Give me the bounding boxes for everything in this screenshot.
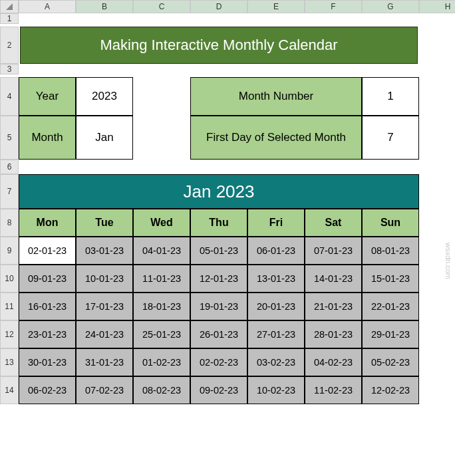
calendar-cell[interactable]: 03-01-23: [76, 237, 133, 265]
col-header-D[interactable]: D: [190, 0, 247, 13]
calendar-cell[interactable]: 24-01-23: [76, 320, 133, 348]
calendar-cell[interactable]: 05-02-23: [362, 348, 419, 376]
calendar-cell[interactable]: 02-01-23: [19, 237, 76, 265]
calendar-cell[interactable]: 29-01-23: [362, 320, 419, 348]
day-header-sat: Sat: [305, 209, 362, 237]
first-day-label: First Day of Selected Month: [190, 116, 362, 160]
col-header-F[interactable]: F: [305, 0, 362, 13]
calendar-cell[interactable]: 07-01-23: [305, 237, 362, 265]
day-header-sun: Sun: [362, 209, 419, 237]
calendar-cell[interactable]: 21-01-23: [305, 293, 362, 320]
row-header-5[interactable]: 5: [0, 116, 19, 160]
calendar-cell[interactable]: 26-01-23: [190, 320, 247, 348]
calendar-cell[interactable]: 07-02-23: [76, 376, 133, 404]
calendar-cell[interactable]: 12-02-23: [362, 376, 419, 404]
month-label: Month: [19, 116, 76, 160]
calendar-cell[interactable]: 11-02-23: [305, 376, 362, 404]
calendar-cell[interactable]: 13-01-23: [247, 265, 305, 293]
first-day-value[interactable]: 7: [362, 116, 419, 160]
calendar-cell[interactable]: 25-01-23: [133, 320, 190, 348]
calendar-cell[interactable]: 06-02-23: [19, 376, 76, 404]
row-header-8[interactable]: 8: [0, 209, 19, 237]
calendar-cell[interactable]: 30-01-23: [19, 348, 76, 376]
calendar-cell[interactable]: 10-01-23: [76, 265, 133, 293]
calendar-cell[interactable]: 02-02-23: [190, 348, 247, 376]
page-title: Making Interactive Monthly Calendar: [20, 27, 418, 64]
calendar-cell[interactable]: 03-02-23: [247, 348, 305, 376]
year-value[interactable]: 2023: [76, 77, 133, 116]
row-header-14[interactable]: 14: [0, 376, 19, 404]
calendar-cell[interactable]: 20-01-23: [247, 293, 305, 320]
calendar-cell[interactable]: 08-01-23: [362, 237, 419, 265]
row-header-6[interactable]: 6: [0, 160, 19, 174]
row-header-12[interactable]: 12: [0, 320, 19, 348]
calendar-cell[interactable]: 04-01-23: [133, 237, 190, 265]
row-header-7[interactable]: 7: [0, 174, 19, 209]
row-header-3[interactable]: 3: [0, 64, 19, 74]
select-all-corner[interactable]: [0, 0, 19, 13]
col-header-A[interactable]: A: [19, 0, 76, 13]
col-header-E[interactable]: E: [247, 0, 305, 13]
calendar-cell[interactable]: 11-01-23: [133, 265, 190, 293]
col-header-C[interactable]: C: [133, 0, 190, 13]
row-header-13[interactable]: 13: [0, 348, 19, 376]
month-value[interactable]: Jan: [76, 116, 133, 160]
calendar-cell[interactable]: 16-01-23: [19, 293, 76, 320]
row-header-2[interactable]: 2: [0, 27, 19, 64]
year-label: Year: [19, 77, 76, 116]
calendar-cell[interactable]: 06-01-23: [247, 237, 305, 265]
calendar-cell[interactable]: 10-02-23: [247, 376, 305, 404]
col-header-H[interactable]: H: [419, 0, 455, 13]
calendar-cell[interactable]: 05-01-23: [190, 237, 247, 265]
calendar-cell[interactable]: 23-01-23: [19, 320, 76, 348]
row-header-11[interactable]: 11: [0, 293, 19, 320]
day-header-mon: Mon: [19, 209, 76, 237]
calendar-cell[interactable]: 17-01-23: [76, 293, 133, 320]
day-header-wed: Wed: [133, 209, 190, 237]
calendar-cell[interactable]: 28-01-23: [305, 320, 362, 348]
calendar-cell[interactable]: 27-01-23: [247, 320, 305, 348]
calendar-cell[interactable]: 04-02-23: [305, 348, 362, 376]
calendar-cell[interactable]: 31-01-23: [76, 348, 133, 376]
day-header-thu: Thu: [190, 209, 247, 237]
calendar-cell[interactable]: 15-01-23: [362, 265, 419, 293]
calendar-cell[interactable]: 12-01-23: [190, 265, 247, 293]
watermark: wsxdn.com: [444, 243, 452, 279]
calendar-cell[interactable]: 14-01-23: [305, 265, 362, 293]
calendar-cell[interactable]: 09-01-23: [19, 265, 76, 293]
spreadsheet-grid: A B C D E F G H 1 2 Making Interactive M…: [0, 0, 455, 404]
col-header-B[interactable]: B: [76, 0, 133, 13]
month-number-label: Month Number: [190, 77, 362, 116]
calendar-cell[interactable]: 01-02-23: [133, 348, 190, 376]
calendar-cell[interactable]: 08-02-23: [133, 376, 190, 404]
calendar-cell[interactable]: 18-01-23: [133, 293, 190, 320]
row-header-9[interactable]: 9: [0, 237, 19, 265]
month-number-value[interactable]: 1: [362, 77, 419, 116]
day-header-tue: Tue: [76, 209, 133, 237]
calendar-cell[interactable]: 19-01-23: [190, 293, 247, 320]
calendar-cell[interactable]: 09-02-23: [190, 376, 247, 404]
row-header-4[interactable]: 4: [0, 77, 19, 116]
calendar-cell[interactable]: 22-01-23: [362, 293, 419, 320]
row-header-10[interactable]: 10: [0, 265, 19, 293]
col-header-G[interactable]: G: [362, 0, 419, 13]
day-header-fri: Fri: [247, 209, 305, 237]
calendar-title: Jan 2023: [19, 174, 419, 209]
row-header-1[interactable]: 1: [0, 13, 19, 24]
